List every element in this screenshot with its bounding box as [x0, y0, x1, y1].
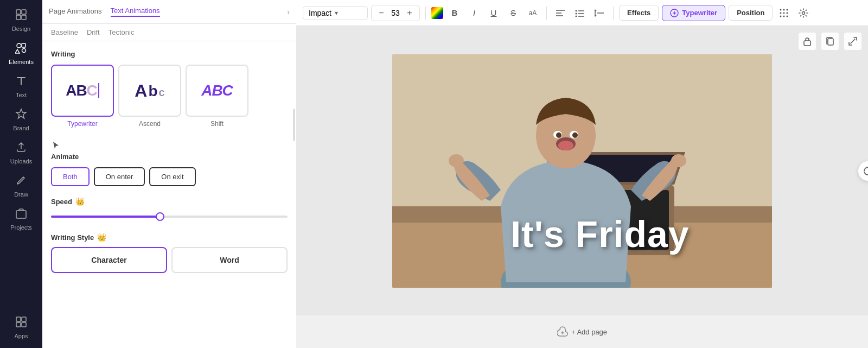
typewriter-card-text: AB: [66, 82, 86, 99]
shift-card[interactable]: ABC: [186, 65, 248, 117]
bold-btn[interactable]: B: [446, 5, 463, 21]
sidebar-item-elements[interactable]: Elements: [3, 37, 40, 69]
svg-point-52: [572, 132, 578, 138]
sidebar-item-draw[interactable]: Draw: [3, 170, 40, 202]
writing-style-crown-icon: 👑: [97, 233, 106, 242]
ascend-c: c: [159, 86, 165, 99]
canvas-container: It's Friday: [296, 26, 868, 315]
svg-point-51: [556, 132, 561, 138]
sidebar-item-brand[interactable]: Brand: [3, 104, 40, 136]
lock-icon-btn[interactable]: [799, 33, 816, 50]
font-selector[interactable]: Impact ▾: [303, 6, 368, 20]
svg-point-48: [558, 141, 573, 150]
canvas-top-controls: [799, 33, 861, 50]
position-btn[interactable]: Position: [729, 5, 773, 21]
typewriter-card-partial: C: [87, 82, 97, 99]
ascend-card-wrapper: A b c Ascend: [118, 65, 181, 128]
ascend-card-content: A b c: [135, 81, 164, 101]
typewriter-card-label: Typewriter: [67, 120, 97, 128]
font-size-increase-btn[interactable]: +: [404, 8, 415, 18]
ascend-card[interactable]: A b c: [118, 65, 181, 117]
writing-style-character-btn[interactable]: Character: [51, 247, 167, 273]
sidebar-item-apps[interactable]: Apps: [3, 312, 40, 344]
sidebar-item-apps-label: Apps: [14, 333, 28, 339]
typewriter-cursor: [98, 83, 99, 98]
writing-cards-container: AB C Typewriter A b c Ascend: [51, 65, 288, 128]
typewriter-card-content: AB C: [66, 82, 99, 99]
ascend-b: b: [148, 83, 157, 100]
draw-icon: [15, 174, 27, 189]
anim-tab-tectonic[interactable]: Tectonic: [108, 28, 135, 41]
sidebar-item-draw-label: Draw: [14, 191, 28, 198]
svg-point-25: [780, 9, 782, 10]
svg-point-27: [787, 9, 788, 10]
shift-text: ABC: [201, 82, 233, 99]
add-page-label: + Add page: [571, 328, 607, 336]
svg-point-29: [783, 12, 785, 14]
animate-on-exit-btn[interactable]: On exit: [149, 167, 195, 186]
panel-scrollbar[interactable]: [293, 109, 295, 141]
slider-thumb[interactable]: [156, 212, 164, 221]
sidebar-item-uploads[interactable]: Uploads: [3, 137, 40, 169]
typewriter-btn-label: Typewriter: [682, 9, 717, 17]
align-left-btn[interactable]: [552, 5, 569, 21]
settings-icon-btn[interactable]: [795, 5, 812, 21]
strikethrough-btn[interactable]: S: [505, 5, 521, 21]
tab-text-animations[interactable]: Text Animations: [111, 7, 160, 17]
toolbar-divider-2: [546, 7, 547, 20]
uploads-icon: [15, 141, 27, 156]
add-page-btn[interactable]: + Add page: [551, 323, 614, 340]
elements-icon: [15, 42, 27, 56]
expand-icon-btn[interactable]: [844, 33, 861, 50]
sidebar-item-text-label: Text: [16, 92, 27, 98]
list-btn[interactable]: [572, 5, 588, 21]
effects-btn[interactable]: Effects: [619, 5, 659, 21]
svg-rect-3: [22, 15, 26, 20]
grid-icon-btn[interactable]: [776, 5, 792, 21]
sidebar-item-design-label: Design: [12, 26, 30, 32]
animate-section-title: Animate: [51, 153, 288, 161]
panel-arrow-icon[interactable]: ›: [287, 8, 290, 16]
svg-point-6: [22, 49, 26, 53]
speed-slider[interactable]: [51, 211, 288, 222]
writing-style-header: Writing Style 👑: [51, 233, 288, 242]
case-btn[interactable]: aA: [525, 5, 541, 21]
canvas-frame: It's Friday: [392, 54, 772, 288]
typewriter-btn[interactable]: Typewriter: [662, 5, 725, 21]
sidebar-item-projects[interactable]: Projects: [3, 203, 40, 235]
canvas-refresh-btn[interactable]: [858, 161, 868, 181]
anim-tab-baseline[interactable]: Baseline: [51, 28, 78, 41]
copy-icon-btn[interactable]: [821, 33, 839, 50]
cursor-indicator: [51, 141, 288, 150]
animate-both-btn[interactable]: Both: [51, 167, 90, 186]
toolbar-divider-1: [425, 7, 426, 20]
svg-point-30: [787, 12, 788, 14]
svg-point-34: [802, 11, 805, 14]
speed-title: Speed: [51, 198, 72, 206]
sidebar-item-text[interactable]: Text: [3, 71, 40, 103]
svg-point-33: [787, 15, 788, 17]
tab-page-animations[interactable]: Page Animations: [49, 7, 102, 16]
underline-btn[interactable]: U: [486, 5, 502, 21]
writing-style-word-btn[interactable]: Word: [171, 247, 288, 273]
sidebar: Design Elements Text Brand: [0, 0, 42, 348]
italic-btn[interactable]: I: [466, 5, 482, 21]
add-page-icon: [557, 326, 568, 337]
add-page-bar: + Add page: [296, 315, 868, 348]
effects-btn-label: Effects: [627, 9, 650, 17]
text-color-swatch[interactable]: [431, 7, 443, 19]
animate-on-enter-btn[interactable]: On enter: [94, 167, 145, 186]
animate-buttons-group: Both On enter On exit: [51, 167, 288, 186]
font-name: Impact: [309, 9, 331, 17]
sidebar-item-design[interactable]: Design: [3, 4, 40, 36]
animations-panel: Page Animations Text Animations › Baseli…: [42, 0, 296, 348]
canvas-main-text[interactable]: It's Friday: [510, 213, 689, 255]
line-height-btn[interactable]: [591, 5, 608, 21]
slider-track: [51, 216, 288, 218]
writing-style-title: Writing Style: [51, 233, 94, 242]
font-size-decrease-btn[interactable]: −: [376, 8, 387, 18]
ascend-a: A: [135, 81, 147, 101]
typewriter-card[interactable]: AB C: [51, 65, 114, 117]
font-dropdown-arrow-icon: ▾: [335, 9, 338, 17]
anim-tab-drift[interactable]: Drift: [87, 28, 100, 41]
